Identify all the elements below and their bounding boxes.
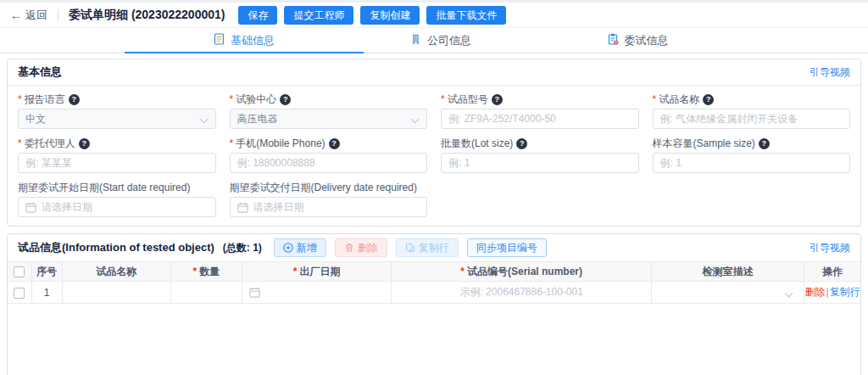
required-mark bbox=[18, 92, 25, 106]
document-icon bbox=[214, 33, 225, 48]
field-label: 期望委试交付日期(Delivery date required) bbox=[230, 181, 417, 194]
field-specimen-model: 试品型号 bbox=[441, 92, 639, 129]
top-bar: ← 返回 委试单明细 (2023022200001) 保存 提交工程师 复制创建… bbox=[0, 3, 868, 28]
row-factory-date-cell[interactable] bbox=[242, 282, 392, 304]
tab-label: 基础信息 bbox=[231, 33, 275, 48]
copy-icon bbox=[405, 243, 415, 253]
select-value: 高压电器 bbox=[237, 112, 278, 126]
field-label: 试品名称 bbox=[659, 92, 699, 106]
row-copy-link[interactable]: 复制行 bbox=[830, 286, 860, 298]
tab-label: 公司信息 bbox=[427, 33, 471, 48]
calendar-icon bbox=[237, 202, 248, 213]
header-actions: 保存 提交工程师 复制创建 批量下载文件 bbox=[238, 6, 506, 25]
chevron-down-icon bbox=[411, 115, 420, 124]
col-specimen-name: 试品名称 bbox=[62, 262, 170, 282]
field-label: 试验中心 bbox=[236, 92, 276, 106]
save-button[interactable]: 保存 bbox=[238, 6, 277, 25]
help-icon[interactable] bbox=[79, 138, 90, 149]
guide-video-link[interactable]: 引导视频 bbox=[810, 241, 850, 255]
help-icon[interactable] bbox=[329, 138, 340, 149]
field-delivery-date: 期望委试交付日期(Delivery date required) bbox=[230, 181, 428, 217]
field-label: 试品型号 bbox=[448, 92, 488, 106]
row-delete-link[interactable]: 删除 bbox=[805, 286, 826, 298]
test-center-select[interactable]: 高压电器 bbox=[230, 109, 428, 129]
plus-circle-icon bbox=[283, 243, 293, 253]
row-lab-description-select[interactable] bbox=[651, 282, 804, 304]
tab-commission-info[interactable]: 委试信息 bbox=[539, 28, 736, 53]
tab-bar: 基础信息 公司信息 委试信息 bbox=[0, 28, 868, 53]
help-icon[interactable] bbox=[492, 94, 503, 105]
specimen-table: 序号 试品名称 数量 出厂日期 试品编号(Serial number) 检测室描… bbox=[8, 261, 860, 304]
table-header-row: 序号 试品名称 数量 出厂日期 试品编号(Serial number) 检测室描… bbox=[8, 262, 860, 282]
submit-engineer-button[interactable]: 提交工程师 bbox=[284, 6, 353, 25]
guide-video-link[interactable]: 引导视频 bbox=[810, 65, 850, 80]
batch-download-button[interactable]: 批量下载文件 bbox=[426, 6, 506, 25]
field-label: 期望委试开始日期(Start date required) bbox=[18, 181, 190, 194]
delete-rows-button[interactable]: 删除 bbox=[335, 238, 387, 257]
copy-row-button[interactable]: 复制行 bbox=[396, 238, 459, 257]
copy-create-button[interactable]: 复制创建 bbox=[360, 6, 420, 25]
required-mark bbox=[441, 92, 448, 106]
page: ← 返回 委试单明细 (2023022200001) 保存 提交工程师 复制创建… bbox=[0, 3, 868, 370]
row-serial-number-cell[interactable]: 示例: 2006467886-100-001 bbox=[392, 282, 652, 304]
agent-input[interactable] bbox=[25, 157, 209, 169]
specimen-toolbar: 新增 删除 复制行 同步项目编号 bbox=[274, 238, 547, 257]
row-quantity-cell[interactable] bbox=[170, 282, 242, 304]
row-checkbox[interactable] bbox=[14, 288, 25, 299]
sync-project-number-button[interactable]: 同步项目编号 bbox=[467, 238, 547, 257]
mobile-phone-input[interactable] bbox=[237, 157, 420, 169]
start-date-picker[interactable] bbox=[18, 197, 216, 217]
help-icon[interactable] bbox=[703, 94, 714, 105]
specimen-name-input[interactable] bbox=[660, 113, 843, 125]
delivery-date-input[interactable] bbox=[253, 201, 420, 213]
table-row: 1 示例: 2006467886-100-001 删除|复制行 bbox=[8, 282, 860, 304]
tab-basic-info[interactable]: 基础信息 bbox=[146, 28, 342, 53]
field-agent: 委托代理人 bbox=[18, 137, 216, 173]
back-button[interactable]: ← 返回 bbox=[10, 8, 47, 23]
page-title: 委试单明细 (2023022200001) bbox=[69, 8, 225, 23]
start-date-input[interactable] bbox=[42, 201, 209, 213]
chevron-down-icon bbox=[785, 289, 793, 298]
chevron-down-icon bbox=[199, 115, 208, 124]
section-title: 试品信息(Information of tested object) bbox=[18, 240, 214, 255]
button-label: 同步项目编号 bbox=[476, 242, 537, 254]
calendar-icon bbox=[249, 287, 260, 299]
field-test-center: 试验中心 高压电器 bbox=[230, 92, 428, 129]
help-icon[interactable] bbox=[280, 94, 291, 105]
divider bbox=[58, 9, 58, 21]
help-icon[interactable] bbox=[759, 138, 770, 149]
field-mobile-phone: 手机(Mobile Phone) bbox=[230, 137, 428, 173]
field-label: 样本容量(Sample size) bbox=[653, 137, 755, 150]
add-row-button[interactable]: 新增 bbox=[274, 238, 326, 257]
tab-company-info[interactable]: 公司信息 bbox=[342, 28, 539, 53]
basic-info-card: 基本信息 引导视频 报告语言 中文 试验中心 高压电器 bbox=[7, 59, 861, 227]
field-start-date: 期望委试开始日期(Start date required) bbox=[18, 181, 216, 217]
help-icon[interactable] bbox=[69, 94, 80, 105]
required-mark bbox=[230, 137, 236, 150]
select-value: 中文 bbox=[25, 112, 46, 126]
field-lot-size: 批量数(Lot size) bbox=[441, 137, 639, 173]
sample-size-input[interactable] bbox=[660, 157, 843, 169]
field-specimen-name: 试品名称 bbox=[653, 92, 851, 129]
separator: | bbox=[826, 286, 829, 298]
button-label: 删除 bbox=[358, 242, 378, 254]
col-quantity: 数量 bbox=[170, 262, 242, 282]
field-label: 报告语言 bbox=[25, 92, 65, 106]
field-report-language: 报告语言 中文 bbox=[18, 92, 216, 129]
delivery-date-picker[interactable] bbox=[230, 197, 428, 217]
required-mark bbox=[230, 92, 236, 106]
required-mark bbox=[653, 92, 659, 106]
lot-size-input[interactable] bbox=[448, 157, 632, 169]
basic-info-header: 基本信息 引导视频 bbox=[8, 59, 860, 86]
total-count: (总数: 1) bbox=[223, 241, 262, 255]
field-sample-size: 样本容量(Sample size) bbox=[653, 137, 851, 173]
specimen-model-input[interactable] bbox=[448, 113, 632, 125]
help-icon[interactable] bbox=[516, 138, 527, 149]
row-specimen-name-cell[interactable] bbox=[62, 282, 170, 304]
required-mark bbox=[460, 266, 467, 277]
required-mark bbox=[293, 266, 300, 277]
tab-label: 委试信息 bbox=[625, 33, 669, 48]
report-language-select[interactable]: 中文 bbox=[18, 109, 216, 129]
select-all-checkbox[interactable] bbox=[14, 266, 25, 277]
calendar-icon bbox=[25, 202, 36, 213]
